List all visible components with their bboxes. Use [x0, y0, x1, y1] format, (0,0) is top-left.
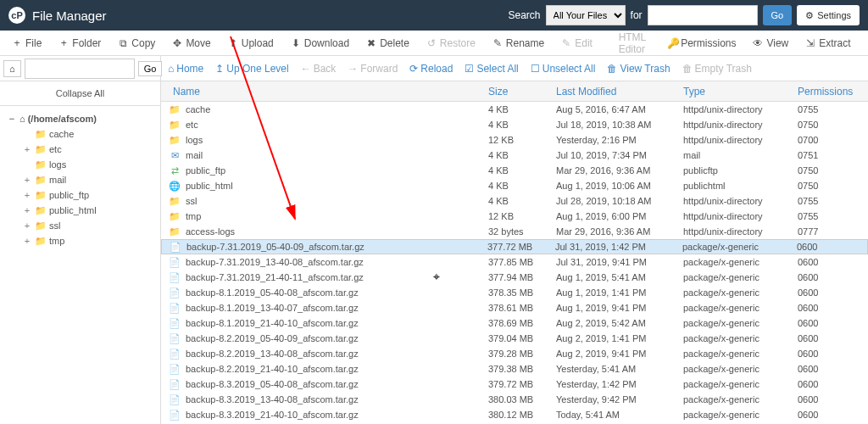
file-modified: Aug 1, 2019, 6:00 PM	[556, 211, 683, 221]
file-permissions: 0600	[798, 287, 861, 298]
file-icon: 📄	[168, 303, 181, 314]
toolbar-delete-button[interactable]: ✖Delete	[358, 31, 418, 56]
nav-up-one-level-button[interactable]: ↥Up One Level	[215, 63, 288, 75]
collapse-all-button[interactable]: Collapse All	[0, 81, 160, 106]
file-row[interactable]: 📄backup-8.3.2019_05-40-08_afscom.tar.gz3…	[161, 377, 868, 392]
file-name: backup-7.31.2019_13-40-08_afscom.tar.gz	[186, 257, 488, 267]
file-row[interactable]: 📁tmp12 KBAug 1, 2019, 6:00 PMhttpd/unix-…	[161, 209, 868, 224]
file-permissions: 0755	[798, 104, 861, 114]
folder-icon: 📁	[35, 129, 47, 140]
move-icon: ✥	[172, 37, 182, 49]
file-type: package/x-generic	[683, 349, 798, 359]
file-row[interactable]: 📄backup-8.1.2019_21-40-10_afscom.tar.gz3…	[161, 315, 868, 331]
file-type: package/x-generic	[682, 242, 797, 252]
nav-unselect-all-button[interactable]: ☐Unselect All	[531, 63, 596, 75]
file-type: httpd/unix-directory	[683, 211, 798, 221]
nav-view-trash-button[interactable]: 🗑View Trash	[607, 63, 670, 75]
nav-select-all-button[interactable]: ☑Select All	[465, 63, 518, 75]
file-type: publicftp	[683, 165, 798, 176]
search-scope-select[interactable]: All Your Files	[546, 5, 626, 25]
expand-icon[interactable]: −	[7, 114, 17, 124]
col-name[interactable]: Name	[168, 86, 488, 98]
file-row[interactable]: 📄backup-8.2.2019_13-40-08_afscom.tar.gz3…	[161, 346, 868, 361]
toolbar-permissions-button[interactable]: 🔑Permissions	[659, 31, 744, 56]
file-icon: 📄	[168, 333, 181, 344]
settings-button[interactable]: ⚙Settings	[797, 5, 860, 25]
file-name: logs	[186, 135, 488, 145]
toolbar-upload-button[interactable]: ⬆Upload	[220, 31, 282, 56]
search-input[interactable]	[648, 5, 758, 25]
col-type[interactable]: Type	[683, 86, 798, 98]
col-modified[interactable]: Last Modified	[556, 86, 683, 98]
toolbar-move-button[interactable]: ✥Move	[164, 31, 219, 56]
column-headers: Name Size Last Modified Type Permissions	[161, 81, 868, 102]
col-size[interactable]: Size	[488, 86, 556, 98]
toolbar-rename-button[interactable]: ✎Rename	[484, 31, 553, 56]
file-row[interactable]: 📄backup-8.3.2019_21-40-10_afscom.tar.gz3…	[161, 407, 868, 422]
file-row[interactable]: 📄backup-8.2.2019_05-40-09_afscom.tar.gz3…	[161, 331, 868, 346]
file-row[interactable]: 📄backup-8.3.2019_13-40-08_afscom.tar.gz3…	[161, 392, 868, 407]
file-icon: +	[12, 37, 22, 49]
file-row[interactable]: 📄backup-8.2.2019_21-40-10_afscom.tar.gz3…	[161, 361, 868, 377]
file-row[interactable]: 📁access-logs32 bytesMar 29, 2016, 9:36 A…	[161, 224, 868, 239]
file-row[interactable]: 📁etc4 KBJul 18, 2019, 10:38 AMhttpd/unix…	[161, 117, 868, 132]
expand-icon[interactable]: +	[22, 175, 32, 185]
sidebar: ⌂ Go Collapse All −⌂(/home/afscom)📁cache…	[0, 56, 161, 424]
file-modified: Aug 2, 2019, 5:42 AM	[556, 318, 683, 328]
file-icon: 📄	[168, 257, 181, 268]
file-name: cache	[186, 104, 488, 114]
toolbar-extract-button[interactable]: ⇲Extract	[797, 31, 859, 56]
tree-item-logs[interactable]: 📁logs	[7, 157, 160, 172]
toolbar-view-button[interactable]: 👁View	[744, 31, 797, 56]
folder-icon: +	[58, 37, 69, 49]
tree-item-tmp[interactable]: +📁tmp	[7, 233, 160, 248]
tree-item-ssl[interactable]: +📁ssl	[7, 218, 160, 233]
tree-item-mail[interactable]: +📁mail	[7, 172, 160, 187]
folder-icon: 📁	[168, 226, 181, 237]
file-row[interactable]: 📁logs12 KBYesterday, 2:16 PMhttpd/unix-d…	[161, 132, 868, 148]
file-name: access-logs	[186, 226, 488, 237]
tree-item-cache[interactable]: 📁cache	[7, 126, 160, 142]
expand-icon[interactable]: +	[22, 220, 32, 231]
col-permissions[interactable]: Permissions	[798, 86, 861, 98]
file-row[interactable]: 📁ssl4 KBJul 28, 2019, 10:18 AMhttpd/unix…	[161, 193, 868, 209]
file-name: backup-7.31.2019_21-40-11_afscom.tar.gz	[186, 272, 488, 282]
tree-item-public_html[interactable]: +📁public_html	[7, 203, 160, 218]
file-row[interactable]: 📄backup-8.1.2019_13-40-07_afscom.tar.gz3…	[161, 300, 868, 315]
search-go-button[interactable]: Go	[763, 5, 793, 25]
path-input[interactable]	[25, 59, 135, 79]
toolbar-copy-button[interactable]: ⧉Copy	[109, 31, 164, 56]
toolbar-folder-button[interactable]: +Folder	[50, 31, 109, 56]
home-icon[interactable]: ⌂	[3, 60, 21, 77]
ftp-icon: ⇄	[168, 165, 181, 176]
folder-icon: 📁	[168, 120, 181, 131]
file-row[interactable]: 📄backup-8.1.2019_05-40-08_afscom.tar.gz3…	[161, 285, 868, 300]
file-row[interactable]: ⇄public_ftp4 KBMar 29, 2016, 9:36 AMpubl…	[161, 163, 868, 178]
file-row[interactable]: 📁cache4 KBAug 5, 2016, 6:47 AMhttpd/unix…	[161, 102, 868, 117]
expand-icon[interactable]: +	[22, 190, 32, 200]
toolbar-file-button[interactable]: +File	[3, 31, 50, 56]
copy-icon: ⧉	[118, 37, 128, 49]
tree-item-public_ftp[interactable]: +📁public_ftp	[7, 187, 160, 203]
file-row[interactable]: 📄backup-7.31.2019_05-40-09_afscom.tar.gz…	[161, 239, 868, 254]
expand-icon[interactable]: +	[22, 144, 32, 154]
file-size: 377.85 MB	[488, 257, 556, 267]
file-name: backup-7.31.2019_05-40-09_afscom.tar.gz	[186, 242, 487, 252]
expand-icon[interactable]: +	[22, 236, 32, 246]
toolbar-compress-button[interactable]: ⇲Compress	[860, 31, 868, 56]
file-size: 380.03 MB	[488, 394, 556, 404]
file-row[interactable]: 📄backup-7.31.2019_21-40-11_afscom.tar.gz…	[161, 270, 868, 285]
select-all-icon: ☑	[465, 63, 474, 75]
nav-home-button[interactable]: ⌂Home	[168, 63, 203, 75]
home-folder-icon: ⌂	[19, 114, 25, 124]
tree-root[interactable]: −⌂(/home/afscom)	[7, 111, 160, 126]
file-row[interactable]: 📄backup-7.31.2019_13-40-08_afscom.tar.gz…	[161, 254, 868, 270]
expand-icon[interactable]: +	[22, 205, 32, 215]
file-row[interactable]: 🌐public_html4 KBAug 1, 2019, 10:06 AMpub…	[161, 178, 868, 193]
web-icon: 🌐	[168, 181, 181, 192]
path-go-button[interactable]: Go	[138, 61, 163, 76]
toolbar-download-button[interactable]: ⬇Download	[282, 31, 358, 56]
nav-reload-button[interactable]: ⟳Reload	[409, 63, 453, 75]
tree-item-etc[interactable]: +📁etc	[7, 142, 160, 157]
file-row[interactable]: ✉mail4 KBJul 10, 2019, 7:34 PMmail0751	[161, 148, 868, 163]
